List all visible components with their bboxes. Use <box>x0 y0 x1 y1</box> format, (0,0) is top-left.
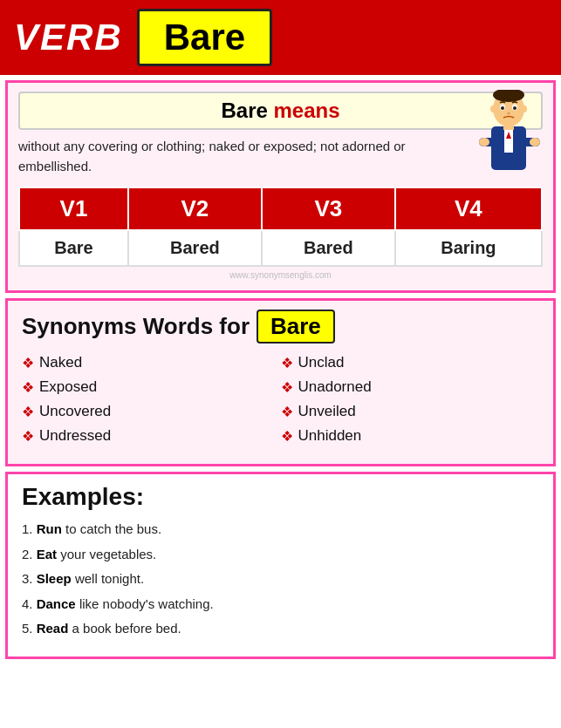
v1-value: Bare <box>19 230 128 266</box>
means-word: Bare <box>221 99 267 122</box>
synonym-undressed: ❖ Undressed <box>22 427 281 445</box>
example-2-rest: your vegetables. <box>57 547 156 561</box>
synonyms-title-word: Bare <box>257 310 335 344</box>
example-1-bold: Run <box>37 521 62 536</box>
synonym-unhidden: ❖ Unhidden <box>281 427 540 445</box>
synonym-unveiled: ❖ Unveiled <box>281 403 540 420</box>
diamond-icon-6: ❖ <box>281 379 293 396</box>
svg-point-5 <box>513 106 517 110</box>
example-1: 1. Run to catch the bus. <box>22 520 539 540</box>
diamond-icon-2: ❖ <box>22 379 34 396</box>
synonym-unclad-label: Unclad <box>298 354 345 371</box>
example-2-number: 2. <box>22 547 33 561</box>
synonym-undressed-label: Undressed <box>39 427 111 445</box>
example-5-number: 5. <box>22 621 33 636</box>
diamond-icon-8: ❖ <box>281 428 293 445</box>
diamond-icon-3: ❖ <box>22 404 34 420</box>
synonym-uncovered: ❖ Uncovered <box>22 403 281 420</box>
synonym-exposed-label: Exposed <box>39 378 97 396</box>
synonym-unhidden-label: Unhidden <box>298 427 362 445</box>
v2-value: Bared <box>128 230 262 266</box>
example-3-bold: Sleep <box>37 571 72 586</box>
example-3-rest: well tonight. <box>72 571 144 586</box>
example-3-number: 3. <box>22 571 33 586</box>
verb-forms-table: V1 V2 V3 V4 Bare Bared Bared Baring <box>18 187 543 267</box>
header: VERB Bare <box>0 0 561 75</box>
svg-rect-16 <box>503 123 514 130</box>
synonym-uncovered-label: Uncovered <box>39 403 111 420</box>
watermark: www.synonymsenglis.com <box>18 270 543 280</box>
v1-header: V1 <box>19 187 128 230</box>
synonyms-title: Synonyms Words for Bare <box>22 310 539 344</box>
example-5-rest: a book before bed. <box>68 621 181 636</box>
synonyms-title-prefix: Synonyms Words for <box>22 313 250 340</box>
example-2-bold: Eat <box>37 547 57 561</box>
synonym-unclad: ❖ Unclad <box>281 354 540 371</box>
v4-header: V4 <box>395 187 542 230</box>
means-suffix: means <box>268 99 340 122</box>
example-2: 2. Eat your vegetables. <box>22 545 539 565</box>
svg-point-6 <box>507 112 510 115</box>
verb-label: VERB <box>14 17 123 58</box>
synonym-unadorned-label: Unadorned <box>298 378 372 396</box>
examples-title: Examples: <box>22 483 539 511</box>
means-title-box: Bare means <box>18 92 543 130</box>
diamond-icon-1: ❖ <box>22 355 34 371</box>
diamond-icon-4: ❖ <box>22 428 34 445</box>
example-4: 4. Dance like nobody's watching. <box>22 595 539 615</box>
example-4-rest: like nobody's watching. <box>76 596 214 611</box>
svg-point-15 <box>530 138 540 146</box>
example-4-number: 4. <box>22 596 33 611</box>
header-word: Bare <box>137 9 272 66</box>
v4-value: Baring <box>395 230 542 266</box>
synonyms-section: Synonyms Words for Bare ❖ Naked ❖ Expose… <box>5 298 556 466</box>
svg-point-14 <box>479 138 489 146</box>
synonyms-col-right: ❖ Unclad ❖ Unadorned ❖ Unveiled ❖ Unhidd… <box>281 354 540 452</box>
examples-section: Examples: 1. Run to catch the bus. 2. Ea… <box>5 472 556 659</box>
svg-rect-10 <box>504 126 513 153</box>
v3-header: V3 <box>262 187 395 230</box>
example-5-bold: Read <box>37 621 69 636</box>
synonym-naked: ❖ Naked <box>22 354 281 371</box>
svg-point-7 <box>490 105 496 112</box>
synonyms-col-left: ❖ Naked ❖ Exposed ❖ Uncovered ❖ Undresse… <box>22 354 281 452</box>
v3-value: Bared <box>262 230 395 266</box>
synonym-unadorned: ❖ Unadorned <box>281 378 540 396</box>
synonyms-columns: ❖ Naked ❖ Exposed ❖ Uncovered ❖ Undresse… <box>22 354 539 452</box>
means-section: Bare means without any covering or cloth… <box>5 80 556 293</box>
example-3: 3. Sleep well tonight. <box>22 569 539 589</box>
synonym-naked-label: Naked <box>39 354 82 371</box>
svg-point-8 <box>522 105 527 112</box>
character-illustration <box>472 90 546 186</box>
synonym-exposed: ❖ Exposed <box>22 378 281 396</box>
example-5: 5. Read a book before bed. <box>22 619 539 639</box>
example-1-rest: to catch the bus. <box>62 521 161 536</box>
means-definition: without any covering or clothing; naked … <box>18 137 428 176</box>
diamond-icon-5: ❖ <box>281 355 293 371</box>
diamond-icon-7: ❖ <box>281 404 293 420</box>
svg-point-4 <box>501 106 504 110</box>
example-1-number: 1. <box>22 521 33 536</box>
synonym-unveiled-label: Unveiled <box>298 403 356 420</box>
example-4-bold: Dance <box>37 596 76 611</box>
v2-header: V2 <box>128 187 262 230</box>
